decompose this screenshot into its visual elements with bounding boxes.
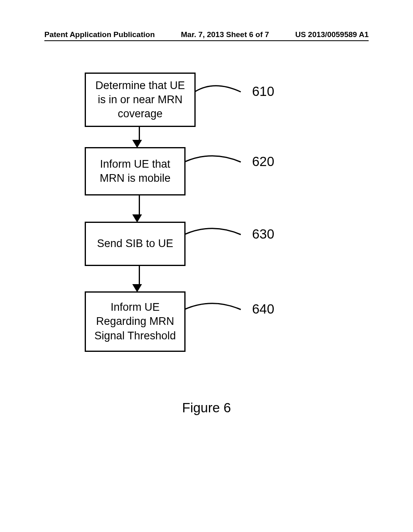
flow-step-3: Send SIB to UE [85, 222, 186, 266]
flow-step-4: Inform UE Regarding MRN Signal Threshold [85, 291, 186, 352]
header-center: Mar. 7, 2013 Sheet 6 of 7 [181, 30, 269, 39]
flow-step-4-text: Inform UE Regarding MRN Signal Threshold [90, 300, 180, 343]
ref-label-610: 610 [252, 84, 274, 99]
header-right: US 2013/0059589 A1 [295, 30, 369, 39]
leader-630 [184, 225, 251, 244]
page-header: Patent Application Publication Mar. 7, 2… [44, 30, 369, 39]
flow-step-2-text: Inform UE that MRN is mobile [90, 157, 180, 185]
leader-610 [194, 82, 251, 102]
arrow-2 [136, 195, 142, 222]
flow-step-1-text: Determine that UE is in or near MRN cove… [90, 79, 190, 121]
flow-step-1: Determine that UE is in or near MRN cove… [85, 73, 196, 127]
ref-label-630: 630 [252, 227, 274, 242]
leader-620 [184, 152, 251, 172]
figure-caption: Figure 6 [0, 400, 413, 416]
header-divider [44, 40, 369, 41]
ref-label-640: 640 [252, 301, 274, 317]
flow-step-3-text: Send SIB to UE [97, 237, 173, 251]
flow-step-2: Inform UE that MRN is mobile [85, 147, 186, 195]
header-left: Patent Application Publication [44, 30, 155, 39]
leader-640 [184, 300, 251, 319]
arrow-3 [136, 266, 142, 292]
ref-label-620: 620 [252, 154, 274, 169]
arrow-1 [136, 127, 142, 148]
